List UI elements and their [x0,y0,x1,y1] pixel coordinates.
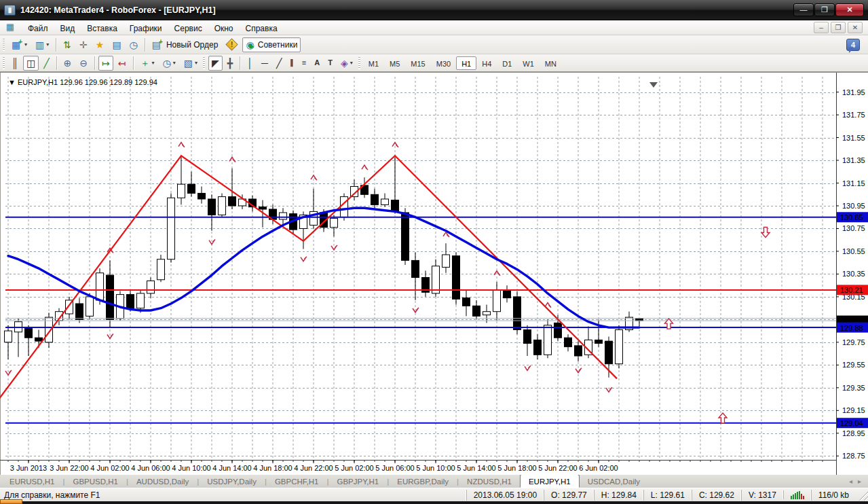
text-label-icon: T [328,59,333,67]
mdi-restore-button[interactable]: ❐ [831,22,846,33]
dropdown-arrow-icon[interactable]: ▾ [152,60,155,66]
tab-scroll-arrows: ◂▸ [849,478,867,485]
zoom-in-button[interactable]: ⊕ [60,56,75,71]
menu-item-2[interactable]: Вставка [81,22,124,35]
timeframe-m5-button[interactable]: M5 [384,56,405,70]
shift-chart-button[interactable]: ↤ [115,56,130,71]
tab-gbpjpy-h1[interactable]: GBPJPY,H1 [328,476,387,487]
candle [35,338,43,341]
tab-usdcad-daily[interactable]: USDCAD,Daily [580,476,648,487]
tab-scroll-right-icon[interactable]: ▸ [858,478,861,485]
vline-button[interactable]: │ [244,56,257,71]
zoom-out-button[interactable]: ⊖ [76,56,91,71]
notification-badge[interactable]: 4 [846,39,860,51]
favorites-button[interactable]: ★ [92,37,108,52]
dropdown-arrow-icon[interactable]: ▾ [350,60,353,66]
close-button[interactable]: ✕ [835,3,864,16]
toolbar-separator [240,56,240,70]
navigator-button[interactable]: ✛ [76,37,91,52]
tab-gbpusd-h1[interactable]: GBPUSD,H1 [64,476,126,487]
dropdown-arrow-icon[interactable]: ▾ [195,60,197,66]
status-cell-5: V: 1317 [741,490,783,501]
terminal-button[interactable]: ▤ [109,37,124,52]
alert-button[interactable]: ! [223,37,241,52]
window-title: 142420: MetaTrader4 - RoboForex - [EURJP… [20,5,793,15]
menu-item-4[interactable]: Сервис [168,22,208,35]
tab-usdjpy-daily[interactable]: USDJPY,Daily [199,476,265,487]
candle [453,256,460,300]
line-chart-button[interactable]: ╱ [40,56,52,71]
crosshair-button[interactable]: ╋ [224,56,236,71]
market-watch-icon: ⇅ [63,40,71,50]
tester-button[interactable]: ◷ [126,37,141,52]
cursor-button[interactable]: ◤ [208,56,223,71]
dropdown-arrow-icon[interactable]: ▾ [173,60,176,66]
candle [127,295,134,308]
tab-eurjpy-h1[interactable]: EURJPY,H1 [520,474,580,488]
timeframe-h1-button[interactable]: H1 [456,56,476,70]
toolbar-separator [133,56,134,70]
experts-button[interactable]: ◉▶Советники [242,37,301,52]
text-button[interactable]: A [311,56,323,71]
candle [432,266,440,293]
dropdown-arrow-icon[interactable]: ▾ [24,41,27,48]
resize-grip[interactable] [857,490,868,501]
periods-button[interactable]: ◷▾ [159,56,179,71]
channel-button[interactable]: ∥ [286,56,297,71]
tab-audusd-daily[interactable]: AUDUSD,Daily [128,476,197,487]
symbol-dropdown-icon[interactable]: ▼ [8,78,16,86]
price-tick-label: 131.15 [842,179,865,187]
tab-eurgbp-daily[interactable]: EURGBP,Daily [389,476,457,487]
menu-item-5[interactable]: Окно [208,22,240,35]
timeframe-m1-button[interactable]: M1 [363,56,384,70]
new-order-button[interactable]: ▤+Новый Ордер [149,37,222,52]
timeframe-h4-button[interactable]: H4 [476,56,497,70]
fibo-button[interactable]: ≡ [299,56,309,71]
tab-nzdusd-h1[interactable]: NZDUSD,H1 [459,476,520,487]
timeframe-mn-button[interactable]: MN [540,56,562,70]
mdi-minimize-button[interactable]: – [814,22,829,33]
dropdown-arrow-icon[interactable]: ▾ [46,41,49,48]
new-chart-button[interactable]: ▦+▾ [8,37,31,52]
bars-chart-button[interactable]: ║ [8,56,22,71]
menu-item-3[interactable]: Графики [124,22,168,35]
chart-shift-icon: ↤ [118,58,126,68]
menu-item-1[interactable]: Вид [54,22,81,35]
price-badge: 130.21 [837,285,868,295]
timeframe-w1-button[interactable]: W1 [517,56,540,70]
maximize-button[interactable]: ❐ [814,3,835,16]
price-badge: 129.88 [837,323,868,333]
tab-scroll-left-icon[interactable]: ◂ [849,478,852,485]
toolbar-drag-handle [203,57,205,69]
candle [605,341,613,364]
app-logo-icon: ▮ [4,5,16,16]
label-button[interactable]: T [324,56,336,71]
minimize-button[interactable]: — [793,3,814,16]
arrow-styles-icon: ◈ [341,58,348,68]
candle [493,290,501,312]
templates-button[interactable]: ▧▾ [181,56,201,71]
arrows-button[interactable]: ◈▾ [337,56,356,71]
hline-button[interactable]: ─ [258,56,271,71]
autoscroll-button[interactable]: ↦ [98,56,113,71]
timeframe-d1-button[interactable]: D1 [497,56,517,70]
timeframe-m30-button[interactable]: M30 [431,56,456,70]
trendline-button[interactable]: ╱ [273,56,285,71]
menu-item-0[interactable]: Файл [22,22,54,35]
time-tick-label: 5 Jun 06:00 [375,464,415,472]
connection-bars-icon [783,490,811,499]
mt4-window: ▮ 142420: MetaTrader4 - RoboForex - [EUR… [0,0,868,504]
profiles-button[interactable]: ▥▾ [32,37,52,52]
tab-gbpchf-h1[interactable]: GBPCHF,H1 [267,476,327,487]
candle [504,290,511,298]
mdi-close-button[interactable]: ✕ [848,22,863,33]
candle [402,213,409,260]
timeframe-m15-button[interactable]: M15 [405,56,430,70]
exclamation-glyph: ! [231,41,233,48]
tab-eurusd-h1[interactable]: EURUSD,H1 [1,476,62,487]
indicators-button[interactable]: ＋▾ [137,56,158,71]
menu-item-6[interactable]: Справка [240,22,284,35]
equidistant-channel-icon: ∥ [290,59,294,67]
market-watch-button[interactable]: ⇅ [60,37,75,52]
candles-chart-button[interactable]: ◫ [23,56,39,71]
